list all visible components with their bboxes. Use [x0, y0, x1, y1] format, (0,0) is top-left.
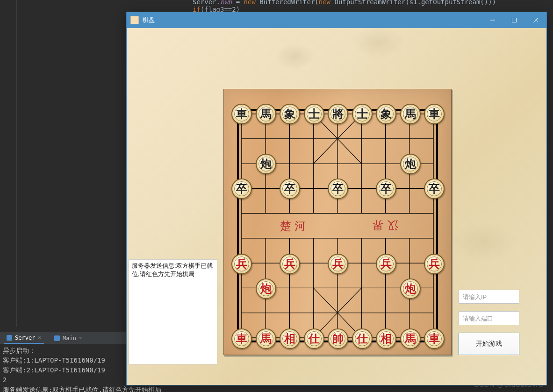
black-soldier-4[interactable]: 卒	[328, 178, 348, 199]
ide-tab-server-label: Server	[15, 335, 35, 341]
ide-tab-main[interactable]: Main ×	[51, 333, 85, 343]
ide-tab-main-label: Main	[63, 335, 76, 342]
black-piece-1-0[interactable]: 馬	[256, 104, 276, 124]
red-soldier-6[interactable]: 兵	[376, 254, 396, 274]
black-piece-3-0[interactable]: 士	[304, 104, 324, 124]
ide-tab-server[interactable]: Server ×	[4, 333, 44, 344]
ide-gutter	[0, 0, 17, 327]
black-piece-6-0[interactable]: 象	[376, 104, 396, 124]
red-soldier-0[interactable]: 兵	[231, 254, 252, 274]
red-piece-2-9[interactable]: 相	[280, 328, 300, 349]
red-piece-8-9[interactable]: 車	[424, 328, 445, 349]
close-button[interactable]	[525, 12, 546, 28]
red-piece-7-9[interactable]: 馬	[400, 328, 421, 349]
window-title: 棋盘	[143, 16, 155, 24]
pieces-layer: 車馬象士將士象馬車炮炮卒卒卒卒卒兵兵兵兵兵炮炮車馬相仕帥仕相馬車	[224, 89, 451, 355]
ip-input[interactable]	[459, 290, 519, 304]
red-piece-1-9[interactable]: 馬	[256, 328, 276, 349]
connection-panel: 开始游戏	[459, 290, 519, 355]
ide-code: Server.bwb = new BufferedWriter(new Outp…	[193, 0, 496, 13]
black-soldier-2[interactable]: 卒	[280, 178, 300, 199]
app-icon	[130, 16, 139, 24]
close-icon[interactable]: ×	[79, 335, 82, 341]
red-soldier-2[interactable]: 兵	[280, 254, 300, 274]
server-message-text: 服务器发送信息:双方棋手已就位,请红色方先开始棋局	[132, 262, 213, 278]
black-soldier-8[interactable]: 卒	[424, 178, 445, 199]
server-message-box: 服务器发送信息:双方棋手已就位,请红色方先开始棋局	[129, 259, 217, 364]
black-piece-5-0[interactable]: 士	[352, 104, 373, 124]
black-cannon-left[interactable]: 炮	[256, 154, 276, 174]
black-cannon-right[interactable]: 炮	[400, 154, 421, 174]
terminal-icon	[54, 335, 60, 341]
red-piece-0-9[interactable]: 車	[231, 328, 252, 349]
red-piece-5-9[interactable]: 仕	[352, 328, 373, 349]
close-icon[interactable]: ×	[38, 335, 41, 341]
titlebar[interactable]: 棋盘	[127, 12, 546, 28]
chess-app-window: 棋盘 服务器发送信息:双方棋手已就位,请红色方先开始棋局 开始游戏	[126, 12, 547, 385]
red-cannon-right[interactable]: 炮	[400, 278, 421, 299]
red-piece-3-9[interactable]: 仕	[304, 328, 324, 349]
black-piece-7-0[interactable]: 馬	[400, 104, 421, 124]
black-piece-4-0[interactable]: 將	[328, 104, 348, 124]
black-soldier-6[interactable]: 卒	[376, 178, 396, 199]
black-piece-2-0[interactable]: 象	[280, 104, 300, 124]
red-soldier-4[interactable]: 兵	[328, 254, 348, 274]
black-piece-8-0[interactable]: 車	[424, 104, 445, 124]
red-cannon-left[interactable]: 炮	[256, 278, 276, 299]
maximize-button[interactable]	[503, 12, 525, 28]
red-soldier-8[interactable]: 兵	[424, 254, 445, 274]
port-input[interactable]	[459, 311, 519, 325]
red-piece-4-9[interactable]: 帥	[328, 328, 348, 349]
terminal-icon	[7, 335, 12, 341]
minimize-button[interactable]	[482, 12, 503, 28]
black-piece-0-0[interactable]: 車	[231, 104, 252, 124]
black-soldier-0[interactable]: 卒	[231, 178, 252, 199]
content-area: 服务器发送信息:双方棋手已就位,请红色方先开始棋局 开始游戏	[127, 28, 546, 385]
chess-board[interactable]: 楚河 汉界 車馬象士將士象馬車炮炮卒卒卒卒卒兵兵兵兵兵炮炮車馬相仕帥仕相馬車	[223, 89, 452, 355]
svg-rect-1	[512, 18, 517, 22]
red-piece-6-9[interactable]: 相	[376, 328, 396, 349]
start-game-button[interactable]: 开始游戏	[459, 333, 519, 355]
